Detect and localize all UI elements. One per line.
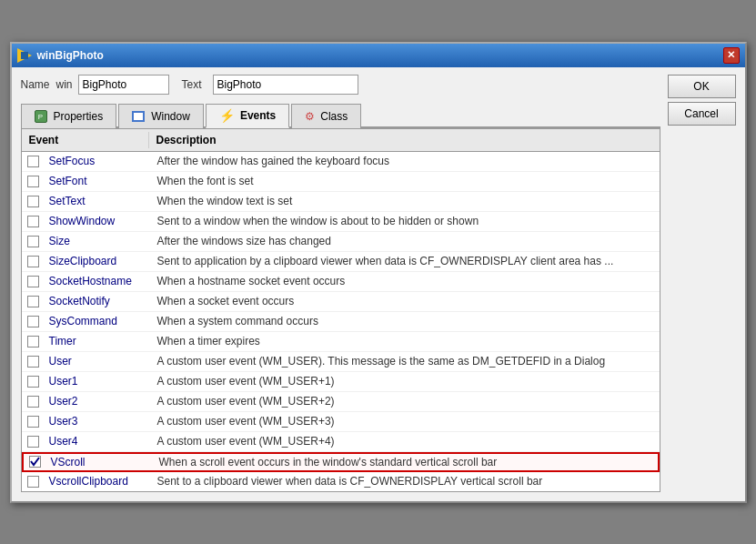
table-row[interactable]: User1A custom user event (WM_USER+1) <box>22 372 660 392</box>
table-row[interactable]: TimerWhen a timer expires <box>22 332 660 352</box>
event-description: When the font is set <box>150 173 660 189</box>
checkbox-cell[interactable] <box>22 234 45 249</box>
event-description: After the window has gained the keyboard… <box>150 153 660 169</box>
event-name: User <box>45 353 150 369</box>
event-name: SetText <box>45 193 150 209</box>
checkbox-cell[interactable] <box>22 194 45 209</box>
table-row[interactable]: VscrollClipboardSent to a clipboard view… <box>22 472 660 491</box>
event-checkbox[interactable] <box>27 396 39 408</box>
checkbox-cell[interactable] <box>22 334 45 349</box>
table-row[interactable]: ShowWindowSent to a window when the wind… <box>22 212 660 232</box>
table-row[interactable]: SocketHostnameWhen a hostname socket eve… <box>22 272 660 292</box>
event-checkbox[interactable] <box>27 216 39 227</box>
event-description: When a timer expires <box>150 333 660 349</box>
event-checkbox[interactable] <box>27 276 39 287</box>
event-description: Sent to a window when the window is abou… <box>150 213 660 229</box>
event-name: Timer <box>45 333 150 349</box>
table-row[interactable]: User4A custom user event (WM_USER+4) <box>22 432 660 452</box>
ok-button[interactable]: OK <box>668 75 736 98</box>
event-name: SetFocus <box>45 153 150 169</box>
tab-window-label: Window <box>151 110 190 123</box>
dialog-body: Name win Text P Properties Window ⚡ Ev <box>12 67 745 501</box>
table-row[interactable]: SizeAfter the windows size has changed <box>22 232 660 252</box>
event-name: SysCommand <box>45 313 150 329</box>
event-description: When a socket event occurs <box>150 293 660 309</box>
event-description: A custom user event (WM_USER+4) <box>150 433 660 449</box>
name-input[interactable] <box>78 75 169 95</box>
event-description: When a scroll event occurs in the window… <box>152 454 658 470</box>
events-icon: ⚡ <box>219 108 235 123</box>
tab-class[interactable]: ⚙ Class <box>291 104 361 128</box>
event-description: A custom user event (WM_USER+2) <box>150 393 660 409</box>
event-name: SetFont <box>45 173 150 189</box>
svg-rect-1 <box>21 52 28 59</box>
table-row[interactable]: VScrollWhen a scroll event occurs in the… <box>22 452 660 472</box>
table-body[interactable]: SetFocusAfter the window has gained the … <box>22 152 660 491</box>
tab-properties[interactable]: P Properties <box>21 104 117 128</box>
checkbox-cell[interactable] <box>22 214 45 229</box>
text-label: Text <box>182 78 209 91</box>
event-description: A custom user event (WM_USER). This mess… <box>150 353 660 369</box>
tab-window[interactable]: Window <box>118 104 204 128</box>
event-checkbox[interactable] <box>27 176 39 187</box>
table-row[interactable]: SetFocusAfter the window has gained the … <box>22 152 660 172</box>
event-name: VScroll <box>47 454 152 470</box>
checkbox-cell[interactable] <box>22 474 45 489</box>
win-label: win <box>56 78 75 91</box>
cancel-button[interactable]: Cancel <box>668 102 736 126</box>
tabs-row: P Properties Window ⚡ Events ⚙ Class <box>21 102 660 128</box>
event-checkbox[interactable] <box>27 156 39 167</box>
checkbox-cell[interactable] <box>22 174 45 189</box>
event-checkbox[interactable] <box>27 356 39 368</box>
name-label: Name <box>21 78 53 91</box>
event-checkbox[interactable] <box>27 416 39 428</box>
event-description: Sent to application by a clipboard viewe… <box>150 253 660 269</box>
main-content: Name win Text P Properties Window ⚡ Ev <box>21 75 660 492</box>
event-checkbox[interactable] <box>27 196 39 207</box>
event-description: Sent to a clipboard viewer when data is … <box>150 473 660 489</box>
checkbox-cell[interactable] <box>24 454 47 469</box>
checkbox-cell[interactable] <box>22 314 45 329</box>
event-description: When the window text is set <box>150 193 660 209</box>
col-desc-header: Description <box>149 132 660 148</box>
checkbox-cell[interactable] <box>22 374 45 389</box>
checkbox-cell[interactable] <box>22 394 45 409</box>
event-name: User2 <box>45 393 150 409</box>
tab-class-label: Class <box>320 110 348 123</box>
event-name: User4 <box>45 433 150 449</box>
close-button[interactable]: ✕ <box>723 47 740 64</box>
event-name: SocketNotify <box>45 293 150 309</box>
event-checkbox[interactable] <box>29 456 41 468</box>
checkbox-cell[interactable] <box>22 294 45 309</box>
table-row[interactable]: User2A custom user event (WM_USER+2) <box>22 392 660 412</box>
text-input[interactable] <box>213 75 358 95</box>
main-dialog: winBigPhoto ✕ Name win Text P Properties <box>10 42 747 503</box>
table-row[interactable]: SizeClipboardSent to application by a cl… <box>22 252 660 272</box>
event-checkbox[interactable] <box>27 316 39 327</box>
event-checkbox[interactable] <box>27 436 39 448</box>
title-bar: winBigPhoto ✕ <box>12 44 745 67</box>
app-icon <box>17 48 32 63</box>
table-row[interactable]: SysCommandWhen a system command occurs <box>22 312 660 332</box>
checkbox-cell[interactable] <box>22 154 45 169</box>
event-description: A custom user event (WM_USER+3) <box>150 413 660 429</box>
table-row[interactable]: SetFontWhen the font is set <box>22 172 660 192</box>
event-name: User3 <box>45 413 150 429</box>
checkbox-cell[interactable] <box>22 414 45 429</box>
event-checkbox[interactable] <box>27 476 39 488</box>
table-row[interactable]: SetTextWhen the window text is set <box>22 192 660 212</box>
table-row[interactable]: UserA custom user event (WM_USER). This … <box>22 352 660 372</box>
checkbox-cell[interactable] <box>22 274 45 289</box>
event-checkbox[interactable] <box>27 256 39 267</box>
event-checkbox[interactable] <box>27 296 39 307</box>
event-description: After the windows size has changed <box>150 233 660 249</box>
checkbox-cell[interactable] <box>22 434 45 449</box>
table-row[interactable]: SocketNotifyWhen a socket event occurs <box>22 292 660 312</box>
event-checkbox[interactable] <box>27 236 39 247</box>
tab-events[interactable]: ⚡ Events <box>206 104 289 128</box>
checkbox-cell[interactable] <box>22 354 45 369</box>
event-checkbox[interactable] <box>27 376 39 388</box>
table-row[interactable]: User3A custom user event (WM_USER+3) <box>22 412 660 432</box>
event-checkbox[interactable] <box>27 336 39 348</box>
checkbox-cell[interactable] <box>22 254 45 269</box>
